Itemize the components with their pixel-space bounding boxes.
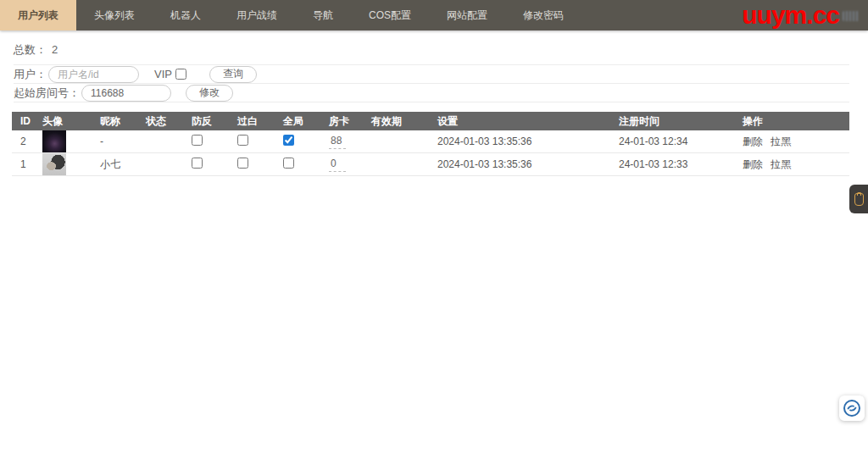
whitelist-checkbox[interactable]	[237, 158, 248, 169]
cell-validity	[363, 130, 429, 153]
antireverse-checkbox[interactable]	[192, 158, 203, 169]
tab-site-config[interactable]: 网站配置	[429, 0, 505, 30]
room-label: 起始房间号：	[14, 86, 80, 101]
users-table: ID 头像 昵称 状态 防反 过白 全局 房卡 有效期 设置 注册时间 操作 2…	[12, 112, 849, 176]
tab-robot[interactable]: 机器人	[153, 0, 219, 30]
col-header-global: 全局	[275, 112, 320, 130]
table-row: 2 - 88 2024-01-03 13:35:36 24-01-03 12:3…	[12, 130, 849, 153]
user-filter-row: 用户： VIP 查询	[14, 65, 849, 84]
cell-id: 2	[12, 130, 34, 153]
col-header-regtime: 注册时间	[610, 112, 734, 130]
cell-status	[137, 130, 183, 153]
col-header-antireverse: 防反	[183, 112, 229, 130]
service-badge-icon	[843, 399, 861, 418]
global-checkbox[interactable]	[283, 135, 294, 146]
vip-checkbox[interactable]	[175, 69, 186, 80]
tab-user-records[interactable]: 用户战绩	[219, 0, 295, 30]
blacklist-link[interactable]: 拉黑	[771, 135, 791, 147]
vip-label: VIP	[154, 68, 172, 80]
antireverse-checkbox[interactable]	[192, 135, 203, 146]
table-row: 1 小七 0 2024-01-03 13:35:36 24-01-03 12:3…	[12, 153, 849, 176]
user-label: 用户：	[14, 67, 47, 82]
blurred-watermark	[843, 11, 860, 21]
tab-navigation[interactable]: 导航	[295, 0, 351, 30]
col-header-settings: 设置	[429, 112, 610, 130]
roomcard-editable-value[interactable]: 88	[329, 134, 346, 149]
site-logo: uuym.cc	[742, 0, 839, 31]
delete-link[interactable]: 删除	[743, 158, 763, 170]
tab-user-list[interactable]: 用户列表	[0, 0, 76, 30]
global-checkbox[interactable]	[283, 158, 294, 169]
table-header-row: ID 头像 昵称 状态 防反 过白 全局 房卡 有效期 设置 注册时间 操作	[12, 112, 849, 130]
cell-id: 1	[12, 153, 34, 176]
cell-settings: 2024-01-03 13:35:36	[429, 130, 610, 153]
shield-icon	[854, 193, 864, 206]
col-header-status: 状态	[137, 112, 183, 130]
service-floater[interactable]	[839, 395, 865, 421]
cell-regtime: 24-01-03 12:33	[610, 153, 734, 176]
total-label: 总数：	[14, 43, 47, 56]
modify-button[interactable]: 修改	[186, 85, 233, 102]
tab-change-password[interactable]: 修改密码	[505, 0, 581, 30]
room-filter-row: 起始房间号： 修改	[14, 84, 849, 102]
whitelist-checkbox[interactable]	[237, 135, 248, 146]
user-avatar	[42, 153, 66, 175]
contact-floater[interactable]	[849, 185, 868, 213]
col-header-nickname: 昵称	[92, 112, 137, 130]
search-button[interactable]: 查询	[209, 66, 257, 83]
cell-nickname: 小七	[92, 153, 137, 176]
col-header-roomcard: 房卡	[320, 112, 363, 130]
blacklist-link[interactable]: 拉黑	[771, 158, 791, 170]
total-value: 2	[52, 43, 58, 56]
col-header-id: ID	[12, 112, 34, 130]
top-nav: 用户列表 头像列表 机器人 用户战绩 导航 COS配置 网站配置 修改密码 uu…	[0, 0, 868, 30]
col-header-whitelist: 过白	[229, 112, 275, 130]
room-number-input[interactable]	[81, 85, 171, 102]
delete-link[interactable]: 删除	[743, 135, 763, 147]
col-header-actions: 操作	[734, 112, 849, 130]
cell-nickname: -	[92, 130, 137, 153]
cell-regtime: 24-01-03 12:34	[610, 130, 734, 153]
summary-row: 总数：2	[14, 30, 849, 65]
col-header-avatar: 头像	[34, 112, 92, 130]
col-header-validity: 有效期	[363, 112, 429, 130]
roomcard-editable-value[interactable]: 0	[329, 157, 346, 172]
cell-settings: 2024-01-03 13:35:36	[429, 153, 610, 176]
tab-avatar-list[interactable]: 头像列表	[76, 0, 153, 30]
user-avatar	[42, 130, 66, 152]
cell-validity	[363, 153, 429, 176]
user-search-input[interactable]	[48, 66, 139, 83]
cell-status	[137, 153, 183, 176]
tab-cos-config[interactable]: COS配置	[351, 0, 429, 30]
